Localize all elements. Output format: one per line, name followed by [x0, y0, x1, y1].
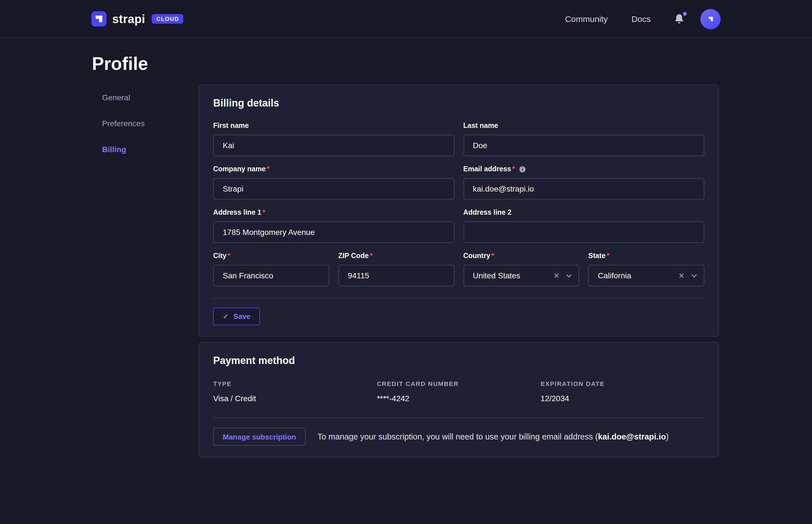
billing-email-text: kai.doe@strapi.io	[598, 432, 666, 441]
email-address-label: Email address	[463, 165, 511, 174]
credit-card-value: ****-4242	[377, 394, 541, 403]
zip-code-field: ZIP Code *	[338, 252, 455, 286]
address-line1-input[interactable]	[213, 222, 454, 243]
page-title: Profile	[92, 53, 719, 75]
credit-card-label: CREDIT CARD NUMBER	[377, 380, 541, 387]
main-content: Profile General Preferences Billing Bill…	[0, 38, 812, 458]
save-button[interactable]: ✓ Save	[213, 308, 260, 325]
required-asterisk: *	[512, 165, 515, 174]
country-combobox[interactable]: United States ✕	[463, 265, 579, 286]
save-button-label: Save	[234, 312, 251, 321]
state-value: California	[598, 271, 674, 280]
payment-type-col: TYPE Visa / Credit	[213, 380, 377, 403]
address-line2-input[interactable]	[463, 222, 704, 243]
sidebar-item-general[interactable]: General	[92, 84, 198, 111]
card-divider	[213, 298, 704, 299]
expiration-value: 12/2034	[541, 394, 704, 403]
expiration-col: EXPIRATION DATE 12/2034	[541, 380, 704, 403]
required-asterisk: *	[227, 252, 230, 260]
company-name-field: Company name *	[213, 165, 454, 199]
state-label: State	[588, 252, 606, 260]
payment-method-title: Payment method	[213, 355, 704, 367]
manage-subscription-note: To manage your subscription, you will ne…	[317, 432, 668, 441]
last-name-input[interactable]	[463, 135, 704, 156]
manage-subscription-row: Manage subscription To manage your subsc…	[213, 428, 704, 446]
card-divider	[213, 417, 704, 418]
email-address-field: Email address *	[463, 165, 704, 199]
city-field: City *	[213, 252, 329, 286]
address-line1-label: Address line 1	[213, 209, 261, 217]
required-asterisk: *	[262, 209, 265, 217]
notification-dot	[683, 12, 687, 16]
clear-icon[interactable]: ✕	[678, 271, 685, 280]
required-asterisk: *	[607, 252, 609, 260]
payment-type-label: TYPE	[213, 380, 377, 387]
required-asterisk: *	[491, 252, 494, 260]
expiration-label: EXPIRATION DATE	[541, 380, 704, 387]
sidebar-item-billing[interactable]: Billing	[92, 136, 198, 162]
required-asterisk: *	[267, 165, 270, 174]
first-name-field: First name	[213, 122, 454, 156]
address-line2-field: Address line 2	[463, 209, 704, 243]
billing-details-title: Billing details	[213, 97, 704, 109]
check-icon: ✓	[223, 313, 229, 320]
country-value: United States	[473, 271, 549, 280]
app-viewport: strapi CLOUD Community Docs Profile	[0, 0, 812, 524]
first-name-label: First name	[213, 122, 249, 130]
payment-summary: TYPE Visa / Credit CREDIT CARD NUMBER **…	[213, 380, 704, 403]
chevron-down-icon	[691, 274, 697, 278]
billing-details-card: Billing details First name Last name	[198, 84, 719, 337]
state-combobox[interactable]: California ✕	[588, 265, 704, 286]
cloud-badge: CLOUD	[152, 14, 184, 24]
zip-code-label: ZIP Code	[338, 252, 369, 260]
first-name-input[interactable]	[213, 135, 454, 156]
nav-link-docs[interactable]: Docs	[632, 14, 651, 24]
last-name-field: Last name	[463, 122, 704, 156]
city-input[interactable]	[213, 265, 329, 286]
email-info-icon[interactable]	[519, 166, 526, 173]
top-navbar: strapi CLOUD Community Docs	[0, 0, 812, 38]
profile-sidebar: General Preferences Billing	[92, 84, 198, 162]
chevron-down-icon	[567, 274, 572, 278]
required-asterisk: *	[370, 252, 372, 260]
address-line1-field: Address line 1 *	[213, 209, 454, 243]
nav-link-community[interactable]: Community	[565, 14, 608, 24]
sidebar-item-preferences[interactable]: Preferences	[92, 111, 198, 136]
navbar-right: Community Docs	[541, 9, 721, 29]
credit-card-col: CREDIT CARD NUMBER ****-4242	[377, 380, 541, 403]
payment-type-value: Visa / Credit	[213, 394, 377, 403]
country-field: Country * United States ✕	[463, 252, 579, 286]
payment-method-card: Payment method TYPE Visa / Credit CREDIT…	[198, 342, 719, 458]
address-line2-label: Address line 2	[463, 209, 511, 217]
note-prefix: To manage your subscription, you will ne…	[317, 432, 598, 441]
clear-icon[interactable]: ✕	[554, 271, 560, 280]
zip-code-input[interactable]	[338, 265, 455, 286]
note-suffix: )	[666, 432, 669, 441]
country-label: Country	[463, 252, 490, 260]
email-address-input[interactable]	[463, 178, 704, 199]
notifications-bell-icon[interactable]	[673, 13, 686, 25]
company-name-label: Company name	[213, 165, 266, 174]
user-avatar[interactable]	[700, 9, 721, 29]
brand-name: strapi	[112, 12, 145, 26]
company-name-input[interactable]	[213, 178, 454, 199]
state-field: State * California ✕	[588, 252, 704, 286]
city-label: City	[213, 252, 226, 260]
manage-subscription-button[interactable]: Manage subscription	[213, 428, 306, 446]
strapi-logo-icon	[91, 11, 107, 27]
last-name-label: Last name	[463, 122, 498, 130]
brand-link[interactable]: strapi CLOUD	[91, 11, 184, 27]
